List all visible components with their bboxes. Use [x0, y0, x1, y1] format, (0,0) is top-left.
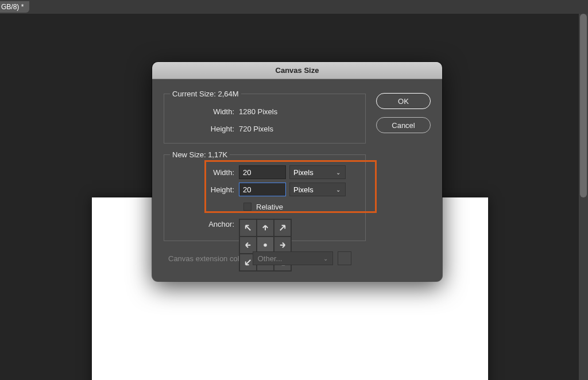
anchor-ne[interactable] — [274, 219, 291, 236]
extension-color-value: Other... — [258, 254, 283, 263]
new-width-units-select[interactable]: Pixels ⌄ — [289, 165, 346, 179]
vertical-scrollbar[interactable] — [579, 14, 588, 380]
new-height-label: Height: — [170, 185, 239, 194]
svg-point-0 — [264, 243, 267, 247]
ok-button[interactable]: OK — [376, 93, 431, 109]
current-width-label: Width: — [170, 107, 239, 116]
extension-color-select: Other... ⌄ — [253, 251, 333, 265]
new-height-units-select[interactable]: Pixels ⌄ — [289, 183, 346, 196]
new-height-input[interactable] — [239, 183, 286, 196]
anchor-n[interactable] — [257, 219, 274, 236]
new-height-units-value: Pixels — [293, 185, 314, 194]
extension-color-swatch — [338, 251, 351, 265]
new-size-legend: New Size: 1,17K — [170, 150, 230, 159]
document-tab[interactable]: GB/8) * — [0, 1, 29, 13]
canvas-size-dialog: Canvas Size Current Size: 2,64M Width: 1… — [152, 62, 442, 281]
new-size-group: New Size: 1,17K Width: Pixels ⌄ Height: … — [164, 150, 366, 241]
current-size-group: Current Size: 2,64M Width: 1280 Pixels H… — [164, 90, 366, 144]
anchor-nw[interactable] — [239, 219, 257, 236]
new-width-units-value: Pixels — [293, 168, 314, 177]
cancel-button[interactable]: Cancel — [376, 117, 431, 133]
new-width-label: Width: — [170, 168, 239, 177]
chevron-down-icon: ⌄ — [323, 255, 328, 262]
dialog-title: Canvas Size — [152, 62, 442, 79]
new-width-input[interactable] — [239, 165, 286, 179]
current-height-value: 720 Pixels — [239, 125, 273, 133]
document-tab-bar: GB/8) * — [0, 0, 588, 14]
relative-label: Relative — [256, 203, 283, 211]
scrollbar-thumb[interactable] — [580, 14, 587, 197]
current-width-value: 1280 Pixels — [239, 107, 277, 116]
relative-checkbox[interactable] — [243, 203, 252, 211]
chevron-down-icon: ⌄ — [336, 169, 341, 176]
anchor-label: Anchor: — [170, 219, 239, 228]
current-size-legend: Current Size: 2,64M — [170, 90, 241, 98]
extension-color-label: Canvas extension color: — [168, 254, 248, 263]
chevron-down-icon: ⌄ — [336, 187, 341, 193]
current-height-label: Height: — [170, 125, 239, 133]
